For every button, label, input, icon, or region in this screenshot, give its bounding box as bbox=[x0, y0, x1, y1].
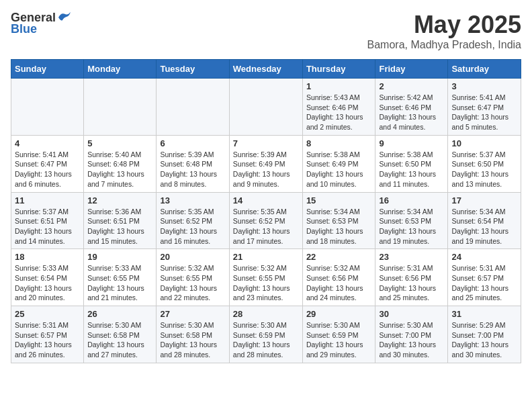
day-info: Sunrise: 5:30 AM Sunset: 6:59 PM Dayligh… bbox=[233, 320, 299, 360]
calendar-cell: 10Sunrise: 5:37 AM Sunset: 6:50 PM Dayli… bbox=[448, 135, 521, 192]
day-info: Sunrise: 5:29 AM Sunset: 7:00 PM Dayligh… bbox=[451, 320, 517, 360]
day-number: 5 bbox=[87, 138, 152, 148]
calendar-cell: 18Sunrise: 5:33 AM Sunset: 6:54 PM Dayli… bbox=[11, 249, 84, 306]
day-number: 7 bbox=[233, 138, 299, 148]
logo: General Blue bbox=[11, 11, 72, 36]
day-info: Sunrise: 5:34 AM Sunset: 6:53 PM Dayligh… bbox=[379, 207, 444, 246]
calendar-cell: 13Sunrise: 5:35 AM Sunset: 6:52 PM Dayli… bbox=[157, 192, 229, 249]
calendar-cell: 26Sunrise: 5:30 AM Sunset: 6:58 PM Dayli… bbox=[84, 306, 157, 363]
calendar-week-row: 1Sunrise: 5:43 AM Sunset: 6:46 PM Daylig… bbox=[11, 79, 521, 136]
calendar-week-row: 4Sunrise: 5:41 AM Sunset: 6:47 PM Daylig… bbox=[11, 135, 521, 192]
calendar-cell: 16Sunrise: 5:34 AM Sunset: 6:53 PM Dayli… bbox=[375, 192, 448, 249]
day-info: Sunrise: 5:32 AM Sunset: 6:56 PM Dayligh… bbox=[306, 263, 372, 303]
day-info: Sunrise: 5:39 AM Sunset: 6:49 PM Dayligh… bbox=[233, 150, 299, 189]
day-number: 11 bbox=[15, 195, 80, 205]
day-number: 27 bbox=[160, 309, 225, 319]
day-number: 8 bbox=[306, 138, 372, 148]
calendar-table: SundayMondayTuesdayWednesdayThursdayFrid… bbox=[11, 59, 521, 363]
day-info: Sunrise: 5:31 AM Sunset: 6:57 PM Dayligh… bbox=[451, 263, 517, 303]
calendar-cell: 4Sunrise: 5:41 AM Sunset: 6:47 PM Daylig… bbox=[11, 135, 84, 192]
weekday-header-wednesday: Wednesday bbox=[229, 60, 302, 79]
day-number: 28 bbox=[233, 309, 299, 319]
day-number: 26 bbox=[87, 309, 152, 319]
calendar-cell: 5Sunrise: 5:40 AM Sunset: 6:48 PM Daylig… bbox=[84, 135, 157, 192]
day-info: Sunrise: 5:42 AM Sunset: 6:46 PM Dayligh… bbox=[379, 93, 444, 132]
logo-blue: Blue bbox=[11, 22, 37, 36]
day-number: 18 bbox=[15, 252, 80, 262]
day-info: Sunrise: 5:38 AM Sunset: 6:49 PM Dayligh… bbox=[306, 150, 372, 189]
calendar-cell bbox=[157, 79, 229, 136]
calendar-cell: 8Sunrise: 5:38 AM Sunset: 6:49 PM Daylig… bbox=[302, 135, 375, 192]
day-number: 9 bbox=[379, 138, 444, 148]
calendar-cell: 9Sunrise: 5:38 AM Sunset: 6:50 PM Daylig… bbox=[375, 135, 448, 192]
day-number: 31 bbox=[451, 309, 517, 319]
day-number: 20 bbox=[160, 252, 225, 262]
day-number: 3 bbox=[451, 81, 517, 91]
calendar-cell: 14Sunrise: 5:35 AM Sunset: 6:52 PM Dayli… bbox=[229, 192, 302, 249]
day-info: Sunrise: 5:33 AM Sunset: 6:54 PM Dayligh… bbox=[15, 263, 80, 303]
day-info: Sunrise: 5:30 AM Sunset: 7:00 PM Dayligh… bbox=[379, 320, 444, 360]
weekday-header-monday: Monday bbox=[84, 60, 157, 79]
calendar-cell: 19Sunrise: 5:33 AM Sunset: 6:55 PM Dayli… bbox=[84, 249, 157, 306]
day-info: Sunrise: 5:43 AM Sunset: 6:46 PM Dayligh… bbox=[306, 93, 372, 132]
day-number: 25 bbox=[15, 309, 80, 319]
day-info: Sunrise: 5:40 AM Sunset: 6:48 PM Dayligh… bbox=[87, 150, 152, 189]
calendar-cell: 17Sunrise: 5:34 AM Sunset: 6:54 PM Dayli… bbox=[448, 192, 521, 249]
calendar-cell: 12Sunrise: 5:36 AM Sunset: 6:51 PM Dayli… bbox=[84, 192, 157, 249]
calendar-week-row: 11Sunrise: 5:37 AM Sunset: 6:51 PM Dayli… bbox=[11, 192, 521, 249]
weekday-header-tuesday: Tuesday bbox=[157, 60, 229, 79]
day-info: Sunrise: 5:37 AM Sunset: 6:51 PM Dayligh… bbox=[15, 207, 80, 246]
title-block: May 2025 Bamora, Madhya Pradesh, India bbox=[367, 11, 521, 51]
weekday-header-sunday: Sunday bbox=[11, 60, 84, 79]
weekday-header-thursday: Thursday bbox=[302, 60, 375, 79]
calendar-title: May 2025 bbox=[367, 11, 521, 39]
calendar-cell: 1Sunrise: 5:43 AM Sunset: 6:46 PM Daylig… bbox=[302, 79, 375, 136]
day-info: Sunrise: 5:41 AM Sunset: 6:47 PM Dayligh… bbox=[451, 93, 517, 132]
calendar-week-row: 18Sunrise: 5:33 AM Sunset: 6:54 PM Dayli… bbox=[11, 249, 521, 306]
calendar-cell: 27Sunrise: 5:30 AM Sunset: 6:58 PM Dayli… bbox=[157, 306, 229, 363]
day-number: 30 bbox=[379, 309, 444, 319]
calendar-week-row: 25Sunrise: 5:31 AM Sunset: 6:57 PM Dayli… bbox=[11, 306, 521, 363]
calendar-subtitle: Bamora, Madhya Pradesh, India bbox=[367, 39, 521, 51]
day-info: Sunrise: 5:32 AM Sunset: 6:55 PM Dayligh… bbox=[233, 263, 299, 303]
day-info: Sunrise: 5:34 AM Sunset: 6:54 PM Dayligh… bbox=[451, 207, 517, 246]
weekday-header-saturday: Saturday bbox=[448, 60, 521, 79]
day-number: 21 bbox=[233, 252, 299, 262]
day-number: 22 bbox=[306, 252, 372, 262]
logo-bird-icon bbox=[57, 11, 72, 23]
day-number: 6 bbox=[160, 138, 225, 148]
day-info: Sunrise: 5:34 AM Sunset: 6:53 PM Dayligh… bbox=[306, 207, 372, 246]
weekday-header-row: SundayMondayTuesdayWednesdayThursdayFrid… bbox=[11, 60, 521, 79]
day-info: Sunrise: 5:35 AM Sunset: 6:52 PM Dayligh… bbox=[233, 207, 299, 246]
day-info: Sunrise: 5:31 AM Sunset: 6:57 PM Dayligh… bbox=[15, 320, 80, 360]
day-number: 23 bbox=[379, 252, 444, 262]
day-number: 17 bbox=[451, 195, 517, 205]
day-info: Sunrise: 5:37 AM Sunset: 6:50 PM Dayligh… bbox=[451, 150, 517, 189]
day-info: Sunrise: 5:39 AM Sunset: 6:48 PM Dayligh… bbox=[160, 150, 225, 189]
day-info: Sunrise: 5:30 AM Sunset: 6:59 PM Dayligh… bbox=[306, 320, 372, 360]
day-number: 2 bbox=[379, 81, 444, 91]
calendar-cell bbox=[11, 79, 84, 136]
day-info: Sunrise: 5:30 AM Sunset: 6:58 PM Dayligh… bbox=[87, 320, 152, 360]
calendar-cell: 22Sunrise: 5:32 AM Sunset: 6:56 PM Dayli… bbox=[302, 249, 375, 306]
day-number: 1 bbox=[306, 81, 372, 91]
calendar-cell: 11Sunrise: 5:37 AM Sunset: 6:51 PM Dayli… bbox=[11, 192, 84, 249]
calendar-cell: 15Sunrise: 5:34 AM Sunset: 6:53 PM Dayli… bbox=[302, 192, 375, 249]
calendar-cell: 2Sunrise: 5:42 AM Sunset: 6:46 PM Daylig… bbox=[375, 79, 448, 136]
day-number: 16 bbox=[379, 195, 444, 205]
day-number: 15 bbox=[306, 195, 372, 205]
calendar-cell: 29Sunrise: 5:30 AM Sunset: 6:59 PM Dayli… bbox=[302, 306, 375, 363]
day-number: 4 bbox=[15, 138, 80, 148]
calendar-cell: 23Sunrise: 5:31 AM Sunset: 6:56 PM Dayli… bbox=[375, 249, 448, 306]
calendar-cell: 21Sunrise: 5:32 AM Sunset: 6:55 PM Dayli… bbox=[229, 249, 302, 306]
weekday-header-friday: Friday bbox=[375, 60, 448, 79]
day-info: Sunrise: 5:30 AM Sunset: 6:58 PM Dayligh… bbox=[160, 320, 225, 360]
calendar-cell: 3Sunrise: 5:41 AM Sunset: 6:47 PM Daylig… bbox=[448, 79, 521, 136]
day-number: 10 bbox=[451, 138, 517, 148]
day-number: 19 bbox=[87, 252, 152, 262]
day-info: Sunrise: 5:36 AM Sunset: 6:51 PM Dayligh… bbox=[87, 207, 152, 246]
calendar-header: SundayMondayTuesdayWednesdayThursdayFrid… bbox=[11, 60, 521, 79]
calendar-cell bbox=[84, 79, 157, 136]
page-header: General Blue May 2025 Bamora, Madhya Pra… bbox=[11, 11, 521, 51]
day-number: 29 bbox=[306, 309, 372, 319]
